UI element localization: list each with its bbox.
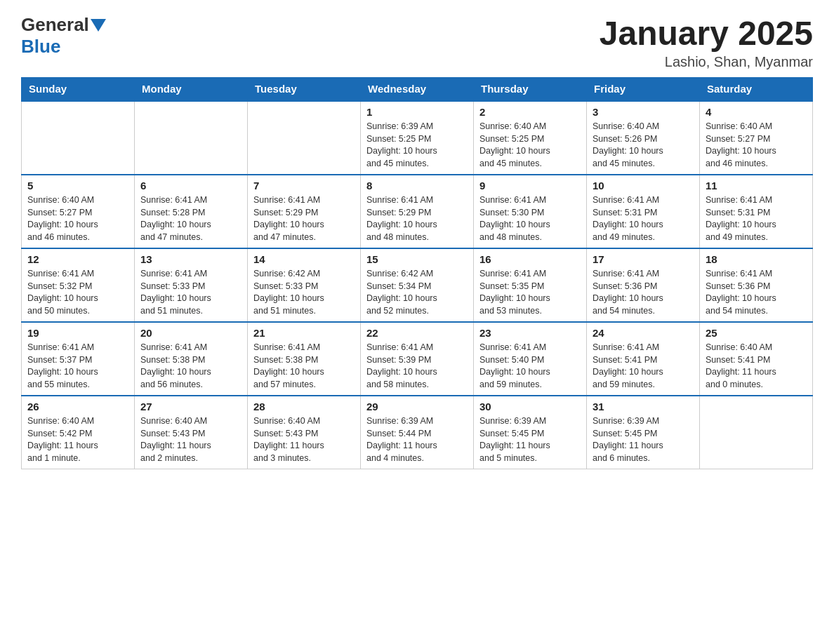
calendar-cell: 29Sunrise: 6:39 AMSunset: 5:44 PMDayligh…: [361, 396, 474, 469]
day-info: Sunrise: 6:40 AMSunset: 5:27 PMDaylight:…: [27, 194, 128, 243]
calendar-cell: 21Sunrise: 6:41 AMSunset: 5:38 PMDayligh…: [248, 322, 361, 396]
day-info: Sunrise: 6:41 AMSunset: 5:36 PMDaylight:…: [593, 268, 694, 317]
column-header-tuesday: Tuesday: [248, 77, 361, 101]
day-info: Sunrise: 6:41 AMSunset: 5:30 PMDaylight:…: [479, 194, 581, 243]
column-header-saturday: Saturday: [700, 77, 813, 101]
day-number: 10: [593, 180, 694, 192]
calendar-week-row: 26Sunrise: 6:40 AMSunset: 5:42 PMDayligh…: [22, 396, 813, 469]
calendar-cell: 11Sunrise: 6:41 AMSunset: 5:31 PMDayligh…: [700, 175, 813, 248]
day-number: 24: [593, 327, 694, 339]
day-info: Sunrise: 6:41 AMSunset: 5:40 PMDaylight:…: [479, 342, 581, 391]
day-info: Sunrise: 6:40 AMSunset: 5:26 PMDaylight:…: [593, 121, 694, 170]
calendar-cell: 31Sunrise: 6:39 AMSunset: 5:45 PMDayligh…: [587, 396, 700, 469]
day-number: 25: [706, 327, 807, 339]
day-info: Sunrise: 6:41 AMSunset: 5:31 PMDaylight:…: [706, 194, 807, 243]
day-info: Sunrise: 6:39 AMSunset: 5:45 PMDaylight:…: [479, 415, 581, 464]
day-info: Sunrise: 6:41 AMSunset: 5:36 PMDaylight:…: [706, 268, 807, 317]
calendar-cell: 19Sunrise: 6:41 AMSunset: 5:37 PMDayligh…: [22, 322, 135, 396]
day-number: 8: [366, 180, 468, 192]
day-info: Sunrise: 6:39 AMSunset: 5:44 PMDaylight:…: [366, 415, 468, 464]
column-header-thursday: Thursday: [474, 77, 587, 101]
calendar-cell: 14Sunrise: 6:42 AMSunset: 5:33 PMDayligh…: [248, 248, 361, 322]
calendar-cell: 3Sunrise: 6:40 AMSunset: 5:26 PMDaylight…: [587, 101, 700, 175]
day-number: 19: [27, 327, 128, 339]
day-number: 12: [27, 253, 128, 265]
day-info: Sunrise: 6:41 AMSunset: 5:33 PMDaylight:…: [140, 268, 241, 317]
calendar-week-row: 1Sunrise: 6:39 AMSunset: 5:25 PMDaylight…: [22, 101, 813, 175]
calendar-cell: [135, 101, 248, 175]
calendar-cell: 6Sunrise: 6:41 AMSunset: 5:28 PMDaylight…: [135, 175, 248, 248]
calendar-cell: 23Sunrise: 6:41 AMSunset: 5:40 PMDayligh…: [474, 322, 587, 396]
calendar-location: Lashio, Shan, Myanmar: [600, 54, 813, 70]
day-number: 4: [706, 106, 807, 118]
day-number: 20: [140, 327, 241, 339]
calendar-cell: 18Sunrise: 6:41 AMSunset: 5:36 PMDayligh…: [700, 248, 813, 322]
calendar-cell: 7Sunrise: 6:41 AMSunset: 5:29 PMDaylight…: [248, 175, 361, 248]
day-number: 3: [593, 106, 694, 118]
calendar-title: January 2025: [600, 14, 813, 53]
calendar-cell: 9Sunrise: 6:41 AMSunset: 5:30 PMDaylight…: [474, 175, 587, 248]
calendar-cell: 27Sunrise: 6:40 AMSunset: 5:43 PMDayligh…: [135, 396, 248, 469]
calendar-cell: 28Sunrise: 6:40 AMSunset: 5:43 PMDayligh…: [248, 396, 361, 469]
calendar-cell: 1Sunrise: 6:39 AMSunset: 5:25 PMDaylight…: [361, 101, 474, 175]
calendar-cell: 5Sunrise: 6:40 AMSunset: 5:27 PMDaylight…: [22, 175, 135, 248]
calendar-cell: 12Sunrise: 6:41 AMSunset: 5:32 PMDayligh…: [22, 248, 135, 322]
calendar-cell: 13Sunrise: 6:41 AMSunset: 5:33 PMDayligh…: [135, 248, 248, 322]
calendar-cell: 16Sunrise: 6:41 AMSunset: 5:35 PMDayligh…: [474, 248, 587, 322]
day-number: 30: [479, 401, 581, 412]
calendar-cell: [700, 396, 813, 469]
calendar-cell: 17Sunrise: 6:41 AMSunset: 5:36 PMDayligh…: [587, 248, 700, 322]
column-header-monday: Monday: [135, 77, 248, 101]
calendar-cell: 22Sunrise: 6:41 AMSunset: 5:39 PMDayligh…: [361, 322, 474, 396]
logo-arrow-icon: [91, 19, 106, 33]
day-number: 7: [253, 180, 355, 192]
calendar-cell: [248, 101, 361, 175]
day-info: Sunrise: 6:40 AMSunset: 5:43 PMDaylight:…: [140, 415, 241, 464]
day-number: 15: [366, 253, 468, 265]
day-info: Sunrise: 6:42 AMSunset: 5:34 PMDaylight:…: [366, 268, 468, 317]
calendar-cell: 20Sunrise: 6:41 AMSunset: 5:38 PMDayligh…: [135, 322, 248, 396]
calendar-cell: 15Sunrise: 6:42 AMSunset: 5:34 PMDayligh…: [361, 248, 474, 322]
calendar-header-row: SundayMondayTuesdayWednesdayThursdayFrid…: [22, 77, 813, 101]
day-number: 16: [479, 253, 581, 265]
calendar-cell: 2Sunrise: 6:40 AMSunset: 5:25 PMDaylight…: [474, 101, 587, 175]
calendar-week-row: 19Sunrise: 6:41 AMSunset: 5:37 PMDayligh…: [22, 322, 813, 396]
day-number: 23: [479, 327, 581, 339]
calendar-cell: 10Sunrise: 6:41 AMSunset: 5:31 PMDayligh…: [587, 175, 700, 248]
day-info: Sunrise: 6:41 AMSunset: 5:38 PMDaylight:…: [253, 342, 355, 391]
day-number: 13: [140, 253, 241, 265]
day-info: Sunrise: 6:41 AMSunset: 5:28 PMDaylight:…: [140, 194, 241, 243]
calendar-cell: 8Sunrise: 6:41 AMSunset: 5:29 PMDaylight…: [361, 175, 474, 248]
column-header-friday: Friday: [587, 77, 700, 101]
day-number: 5: [27, 180, 128, 192]
day-info: Sunrise: 6:40 AMSunset: 5:42 PMDaylight:…: [27, 415, 128, 464]
day-number: 21: [253, 327, 355, 339]
column-header-wednesday: Wednesday: [361, 77, 474, 101]
day-info: Sunrise: 6:40 AMSunset: 5:25 PMDaylight:…: [479, 121, 581, 170]
day-info: Sunrise: 6:41 AMSunset: 5:31 PMDaylight:…: [593, 194, 694, 243]
day-number: 18: [706, 253, 807, 265]
day-info: Sunrise: 6:41 AMSunset: 5:29 PMDaylight:…: [253, 194, 355, 243]
logo: General Blue: [21, 14, 106, 58]
day-info: Sunrise: 6:40 AMSunset: 5:41 PMDaylight:…: [706, 342, 807, 391]
day-number: 26: [27, 401, 128, 412]
day-info: Sunrise: 6:41 AMSunset: 5:37 PMDaylight:…: [27, 342, 128, 391]
day-number: 6: [140, 180, 241, 192]
day-number: 9: [479, 180, 581, 192]
day-number: 11: [706, 180, 807, 192]
day-info: Sunrise: 6:41 AMSunset: 5:35 PMDaylight:…: [479, 268, 581, 317]
calendar-cell: 26Sunrise: 6:40 AMSunset: 5:42 PMDayligh…: [22, 396, 135, 469]
day-number: 14: [253, 253, 355, 265]
day-info: Sunrise: 6:41 AMSunset: 5:41 PMDaylight:…: [593, 342, 694, 391]
day-number: 22: [366, 327, 468, 339]
calendar-cell: 4Sunrise: 6:40 AMSunset: 5:27 PMDaylight…: [700, 101, 813, 175]
day-info: Sunrise: 6:40 AMSunset: 5:43 PMDaylight:…: [253, 415, 355, 464]
day-info: Sunrise: 6:39 AMSunset: 5:45 PMDaylight:…: [593, 415, 694, 464]
day-info: Sunrise: 6:41 AMSunset: 5:38 PMDaylight:…: [140, 342, 241, 391]
calendar-cell: [22, 101, 135, 175]
calendar-cell: 25Sunrise: 6:40 AMSunset: 5:41 PMDayligh…: [700, 322, 813, 396]
column-header-sunday: Sunday: [22, 77, 135, 101]
logo-text-general: General: [21, 14, 89, 36]
calendar-cell: 30Sunrise: 6:39 AMSunset: 5:45 PMDayligh…: [474, 396, 587, 469]
day-number: 27: [140, 401, 241, 412]
